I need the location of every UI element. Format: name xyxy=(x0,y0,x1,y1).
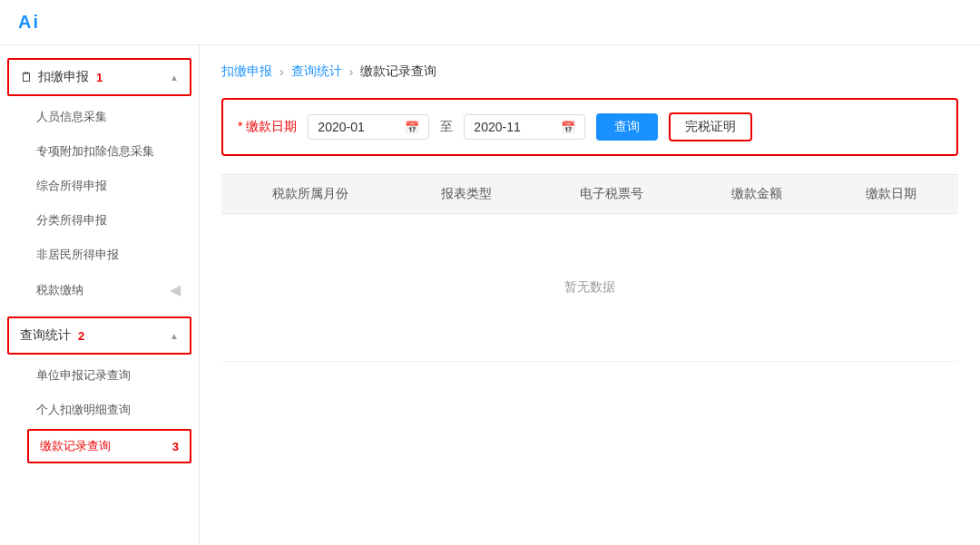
collapse-icon: ◀ xyxy=(170,281,181,298)
sidebar-group-1-icon: 🗒 xyxy=(20,70,33,84)
sidebar-group-1-badge: 1 xyxy=(96,71,103,84)
sidebar-item-special-deduct[interactable]: 专项附加扣除信息采集 xyxy=(0,134,199,169)
col-amount: 缴款金额 xyxy=(689,175,823,214)
col-type: 报表类型 xyxy=(398,175,533,214)
data-table: 税款所属月份 报表类型 电子税票号 缴款金额 缴款日期 暂无数据 xyxy=(221,174,958,362)
col-month: 税款所属月份 xyxy=(221,175,398,214)
sidebar-group-1[interactable]: 🗒 扣缴申报 1 ▲ xyxy=(7,58,191,96)
chevron-up-2-icon: ▲ xyxy=(170,331,179,341)
sidebar-item-unit-records[interactable]: 单位申报记录查询 xyxy=(0,358,199,393)
sidebar-item-personnel[interactable]: 人员信息采集 xyxy=(0,100,199,134)
breadcrumb-item-3: 缴款记录查询 xyxy=(360,63,436,80)
sidebar-item-tax-payment[interactable]: 税款缴纳 ◀ xyxy=(0,272,199,307)
sidebar: 🗒 扣缴申报 1 ▲ 人员信息采集 专项附加扣除信息采集 综合所得申报 分类所得… xyxy=(0,45,200,545)
date-to-wrap: 📅 xyxy=(464,114,585,140)
cert-button[interactable]: 完税证明 xyxy=(669,112,752,141)
sidebar-item-nonresident[interactable]: 非居民所得申报 xyxy=(0,238,199,272)
col-ticket-num: 电子税票号 xyxy=(534,175,690,214)
empty-state: 暂无数据 xyxy=(221,214,958,362)
search-button[interactable]: 查询 xyxy=(596,113,658,141)
empty-text: 暂无数据 xyxy=(236,225,944,350)
sidebar-item-personal-details[interactable]: 个人扣缴明细查询 xyxy=(0,393,199,427)
date-from-wrap: 📅 xyxy=(308,114,429,140)
content-area: 扣缴申报 › 查询统计 › 缴款记录查询 * 缴款日期 📅 至 📅 查询 完税证… xyxy=(200,45,980,545)
sidebar-item-comprehensive[interactable]: 综合所得申报 xyxy=(0,169,199,203)
breadcrumb-sep-2: › xyxy=(349,64,354,79)
col-date: 缴款日期 xyxy=(824,175,958,214)
to-label: 至 xyxy=(440,119,453,135)
sidebar-active-item-label: 缴款记录查询 xyxy=(40,438,111,454)
filter-bar: * 缴款日期 📅 至 📅 查询 完税证明 xyxy=(221,98,958,156)
empty-row: 暂无数据 xyxy=(221,214,958,362)
main-layout: 🗒 扣缴申报 1 ▲ 人员信息采集 专项附加扣除信息采集 综合所得申报 分类所得… xyxy=(0,45,980,545)
app-logo: Ai xyxy=(18,12,40,33)
calendar-from-icon[interactable]: 📅 xyxy=(405,121,419,134)
breadcrumb-item-1[interactable]: 扣缴申报 xyxy=(221,63,272,80)
sidebar-active-badge: 3 xyxy=(172,440,179,453)
chevron-up-icon: ▲ xyxy=(170,73,179,83)
sidebar-group-1-label: 🗒 扣缴申报 1 xyxy=(20,69,103,85)
sidebar-item-classified[interactable]: 分类所得申报 xyxy=(0,203,199,238)
date-to-input[interactable] xyxy=(474,120,555,134)
table-header-row: 税款所属月份 报表类型 电子税票号 缴款金额 缴款日期 xyxy=(221,175,958,214)
sidebar-group-2-text: 查询统计 xyxy=(20,327,71,344)
breadcrumb: 扣缴申报 › 查询统计 › 缴款记录查询 xyxy=(221,63,958,80)
sidebar-item-payment-records[interactable]: 缴款记录查询 3 xyxy=(27,429,191,463)
breadcrumb-item-2[interactable]: 查询统计 xyxy=(291,63,342,80)
calendar-to-icon[interactable]: 📅 xyxy=(561,121,575,134)
sidebar-group-2-label: 查询统计 2 xyxy=(20,327,84,344)
sidebar-group-2[interactable]: 查询统计 2 ▲ xyxy=(7,316,191,355)
breadcrumb-sep-1: › xyxy=(279,64,284,79)
sidebar-group-1-text: 扣缴申报 xyxy=(38,69,89,85)
top-bar: Ai xyxy=(0,0,980,45)
filter-date-label: * 缴款日期 xyxy=(238,119,297,135)
date-from-input[interactable] xyxy=(318,120,399,134)
sidebar-group-2-badge: 2 xyxy=(78,329,84,343)
